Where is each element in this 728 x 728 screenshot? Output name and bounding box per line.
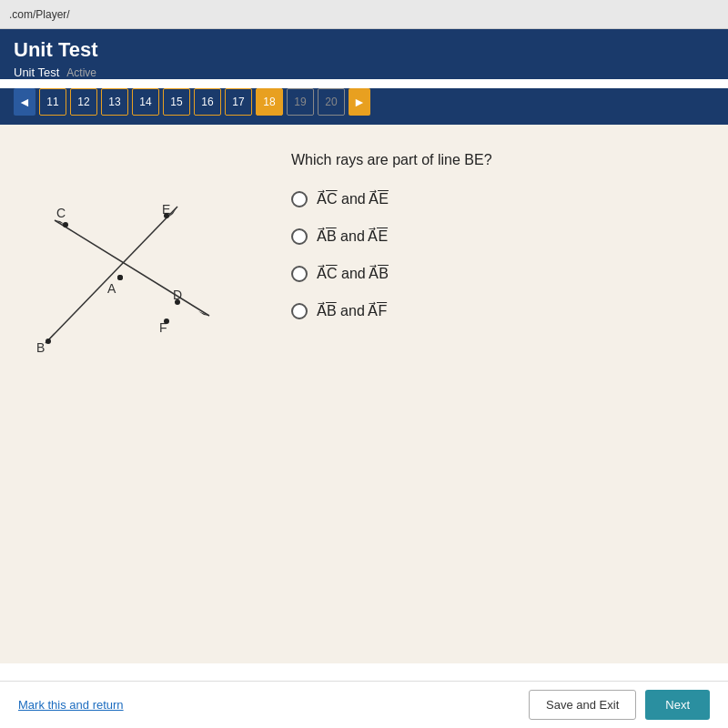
choice-b[interactable]: A⃗B and A⃗E [291, 228, 692, 245]
nav-item-20[interactable]: 20 [318, 88, 345, 116]
nav-item-13[interactable]: 13 [101, 88, 128, 116]
choice-d-label: A⃗B and A⃗F [317, 302, 387, 319]
svg-point-13 [117, 275, 123, 280]
svg-text:C: C [56, 206, 66, 220]
header-subtitle: Unit Test Active [14, 66, 714, 79]
radio-b[interactable] [291, 228, 308, 245]
radio-a[interactable] [291, 191, 308, 207]
choice-c-label: A⃗C and A⃗B [317, 265, 389, 282]
svg-text:A: A [107, 281, 116, 296]
question-area: Which rays are part of line BE? A⃗C and … [273, 143, 710, 598]
diagram-area: C E A D B F [18, 143, 255, 598]
nav-item-16[interactable]: 16 [194, 88, 221, 116]
nav-item-17[interactable]: 17 [225, 88, 252, 116]
nav-item-14[interactable]: 14 [132, 88, 159, 116]
radio-c[interactable] [291, 266, 308, 282]
choice-a[interactable]: A⃗C and A⃗E [291, 190, 692, 207]
svg-point-18 [164, 318, 169, 324]
page-title: Unit Test [14, 38, 714, 62]
prev-button[interactable]: ◄ [14, 88, 35, 116]
choice-b-label: A⃗B and A⃗E [317, 228, 388, 245]
next-nav-button[interactable]: ► [349, 88, 370, 116]
footer-actions: Save and Exit Next [529, 690, 710, 720]
nav-item-15[interactable]: 15 [163, 88, 190, 116]
navigation-bar: ◄ 11 12 13 14 15 16 17 18 19 20 ► [0, 88, 728, 125]
svg-point-16 [175, 299, 180, 305]
svg-point-15 [63, 222, 68, 228]
nav-item-18[interactable]: 18 [256, 88, 283, 116]
svg-point-17 [164, 213, 169, 218]
nav-item-11[interactable]: 11 [39, 88, 66, 116]
status-badge: Active [66, 66, 96, 79]
geometry-diagram: C E A D B F [18, 143, 228, 398]
choice-d[interactable]: A⃗B and A⃗F [291, 302, 692, 319]
browser-url: .com/Player/ [9, 8, 70, 21]
radio-d[interactable] [291, 303, 308, 319]
nav-item-19[interactable]: 19 [287, 88, 314, 116]
header: Unit Test Unit Test Active [0, 29, 728, 79]
browser-bar: .com/Player/ [0, 0, 728, 29]
question-text: Which rays are part of line BE? [291, 152, 692, 168]
nav-item-12[interactable]: 12 [70, 88, 97, 116]
save-exit-button[interactable]: Save and Exit [529, 690, 636, 720]
svg-point-14 [46, 339, 51, 344]
choice-c[interactable]: A⃗C and A⃗B [291, 265, 692, 282]
subtitle-label: Unit Test [14, 66, 59, 79]
footer: Mark this and return Save and Exit Next [0, 681, 728, 728]
main-content: C E A D B F Which rays are par [0, 125, 728, 616]
choice-a-label: A⃗C and A⃗E [317, 190, 389, 207]
svg-line-3 [55, 220, 209, 316]
mark-return-link[interactable]: Mark this and return [18, 698, 124, 712]
svg-text:B: B [36, 340, 45, 355]
next-button[interactable]: Next [645, 690, 710, 720]
